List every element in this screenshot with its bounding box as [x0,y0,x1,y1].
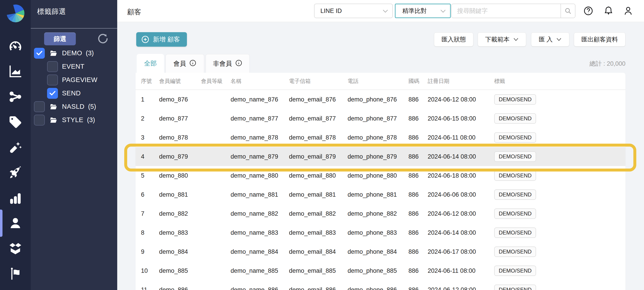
search-button[interactable] [560,4,575,18]
import-status-label: 匯入狀態 [442,35,466,44]
search-field-select[interactable]: LINE ID [314,4,393,18]
flag-icon[interactable] [8,266,23,281]
tag-chip[interactable]: DEMO/SEND [494,227,536,238]
tab-member[interactable]: 會員 [166,54,204,73]
import-status-button[interactable]: 匯入狀態 [434,32,474,47]
cell-country: 886 [408,267,428,274]
cell-no: 7 [141,210,159,217]
cell-registered: 2024-06-12 08:00 [428,210,494,217]
cell-phone: demo_phone_880 [348,172,408,179]
refresh-icon[interactable] [96,33,108,45]
cell-country: 886 [408,115,428,122]
cell-member-id: demo_885 [159,267,201,274]
tag-chip[interactable]: DEMO/SEND [494,265,536,276]
share-nodes-icon[interactable] [8,89,23,104]
cell-phone: demo_phone_884 [348,248,408,255]
area-chart-icon[interactable] [8,64,23,79]
table-row[interactable]: 2 demo_877 demo_name_877 demo_email_877 … [136,109,626,128]
account-person-icon[interactable] [623,6,633,16]
help-icon[interactable] [583,6,594,16]
magic-wand-icon[interactable] [8,140,23,155]
cell-email: demo_email_885 [289,267,348,274]
cell-member-id: demo_886 [159,286,201,290]
tag-chip[interactable]: DEMO/SEND [494,246,536,257]
checkbox[interactable] [47,88,58,99]
cell-name: demo_name_882 [230,210,289,217]
tag-icon[interactable] [8,114,23,130]
app-logo[interactable] [6,4,25,23]
filter-item[interactable]: STYLE (3) [31,113,117,127]
table-row[interactable]: 4 demo_879 demo_name_879 demo_email_879 … [136,147,626,166]
import-button[interactable]: 匯 入 [531,32,569,47]
rocket-icon[interactable] [8,165,23,181]
col-header-level: 會員等級 [201,78,230,85]
table-row[interactable]: 3 demo_878 demo_name_878 demo_email_878 … [136,128,626,147]
tag-chip[interactable]: DEMO/SEND [494,284,536,290]
bar-chart-icon[interactable] [8,190,23,206]
add-customer-button[interactable]: 新增 顧客 [136,32,187,47]
filter-label: SEND [62,90,81,97]
filter-count: (5) [88,103,96,110]
tag-chip[interactable]: DEMO/SEND [494,151,536,162]
filter-item[interactable]: EVENT [31,60,117,73]
tab-nonmember[interactable]: 非會員 [206,54,250,73]
filter-item[interactable]: NASLD (5) [31,100,117,113]
checkbox[interactable] [34,115,45,126]
match-mode-value: 精準比對 [402,7,427,15]
table-row[interactable]: 10 demo_885 demo_name_885 demo_email_885… [136,261,626,280]
cell-country: 886 [408,172,428,179]
tag-chip[interactable]: DEMO/SEND [494,208,536,219]
import-label: 匯 入 [539,35,553,44]
cell-phone: demo_phone_883 [348,229,408,236]
tag-chip[interactable]: DEMO/SEND [494,170,536,181]
search-icon [564,7,572,15]
cell-registered: 2024-06-17 08:00 [428,248,494,255]
cell-registered: 2024-06-15 08:00 [428,115,494,122]
checkbox[interactable] [34,101,45,112]
open-box-icon[interactable] [8,241,23,256]
plus-circle-icon [141,35,149,44]
table-row[interactable]: 5 demo_880 demo_name_880 demo_email_880 … [136,166,626,185]
checkbox[interactable] [34,48,45,59]
checkbox[interactable] [47,61,58,72]
tag-chip[interactable]: DEMO/SEND [494,113,536,124]
filter-item[interactable]: SEND [31,87,117,100]
dashboard-gauge-icon[interactable] [8,38,23,54]
cell-member-id: demo_880 [159,172,201,179]
tag-chip[interactable]: DEMO/SEND [494,132,536,143]
table-row[interactable]: 8 demo_883 demo_name_883 demo_email_883 … [136,223,626,242]
filter-item[interactable]: DEMO (3) [31,47,117,60]
match-mode-select[interactable]: 精準比對 [395,4,451,18]
tab-all[interactable]: 全部 [137,54,164,73]
col-header-no: 序號 [141,78,159,85]
table-row[interactable]: 1 demo_876 demo_name_876 demo_email_876 … [136,90,626,109]
cell-phone: demo_phone_876 [348,96,408,103]
search-input[interactable] [452,4,560,18]
filter-count: (3) [87,116,95,124]
col-header-member-id: 會員編號 [159,78,201,85]
table-row[interactable]: 6 demo_881 demo_name_881 demo_email_881 … [136,185,626,204]
check-icon [49,90,56,97]
table-row[interactable]: 7 demo_882 demo_name_882 demo_email_882 … [136,204,626,223]
checkbox[interactable] [47,75,58,85]
cell-no: 3 [141,134,159,141]
cell-country: 886 [408,134,428,141]
info-icon [189,59,196,68]
tag-chip[interactable]: DEMO/SEND [494,94,536,105]
cell-email: demo_email_886 [289,286,348,290]
export-customers-button[interactable]: 匯出顧客資料 [574,32,626,47]
cell-name: demo_name_876 [230,96,289,103]
cell-no: 6 [141,191,159,198]
table-row[interactable]: 11 demo_886 demo_name_886 demo_email_886… [136,280,626,290]
cell-member-id: demo_877 [159,115,201,122]
cell-no: 4 [141,153,159,160]
cell-name: demo_name_881 [230,191,289,198]
filter-item[interactable]: PAGEVIEW [31,73,117,87]
table-row[interactable]: 9 demo_884 demo_name_884 demo_email_884 … [136,242,626,261]
notifications-bell-icon[interactable] [603,6,614,16]
download-template-button[interactable]: 下載範本 [478,32,526,47]
person-icon[interactable] [8,215,23,231]
tag-chip[interactable]: DEMO/SEND [494,189,536,200]
filter-label: PAGEVIEW [62,76,98,84]
filter-apply-button[interactable]: 篩選 [44,32,76,45]
